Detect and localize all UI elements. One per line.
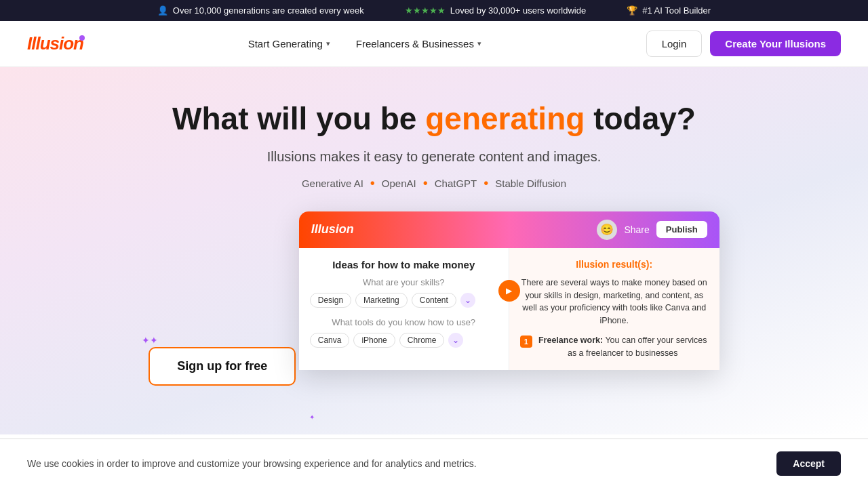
play-button[interactable]: ▶ <box>498 280 520 302</box>
top-banner: 👤 Over 10,000 generations are created ev… <box>0 0 868 21</box>
preview-avatar: 😊 <box>597 220 617 240</box>
preview-tags-1: Design Marketing Content ⌄ <box>310 293 498 308</box>
preview-wrapper: ✦ Commercial Emails 😊 ◄ Illusion 😊 Share… <box>299 211 719 371</box>
person-icon: 👤 <box>157 5 168 16</box>
dot-sep-3: • <box>484 176 488 191</box>
preview-left: Ideas for how to make money What are you… <box>299 248 509 371</box>
preview-share-button[interactable]: Share <box>624 224 649 235</box>
navbar: Illusion Start Generating ▾ Freelancers … <box>0 21 868 67</box>
cookie-banner: We use cookies in order to improve and c… <box>0 439 868 488</box>
hero-subtitle: Illusions makes it easy to generate cont… <box>14 149 854 165</box>
nav-actions: Login Create Your Illusions <box>646 30 841 57</box>
result-item-text-1: Freelance work: You can offer your servi… <box>537 334 709 360</box>
nav-start-label: Start Generating <box>248 38 323 49</box>
hero-title: What will you be generating today? <box>14 101 854 137</box>
preview-container: Illusion 😊 Share Publish Ideas for how t… <box>299 211 719 371</box>
tag-iphone: iPhone <box>353 333 395 348</box>
chevron-down-icon-2: ▾ <box>477 39 481 48</box>
nav-freelancers-label: Freelancers & Businesses <box>356 38 474 49</box>
dot-sep-2: • <box>423 176 428 191</box>
tag-content: Content <box>412 293 456 308</box>
tag-design: Design <box>310 293 351 308</box>
preview-header: Illusion 😊 Share Publish <box>299 211 719 248</box>
nav-links: Start Generating ▾ Freelancers & Busines… <box>239 33 491 55</box>
hero-title-part1: What will you be <box>172 101 425 136</box>
banner-text-2: Loved by 30,000+ users worldwide <box>450 5 587 16</box>
cookie-text: We use cookies in order to improve and c… <box>27 458 477 469</box>
create-button[interactable]: Create Your Illusions <box>710 31 841 56</box>
preview-right: Illusion result(s): There are several wa… <box>509 248 719 371</box>
tech-item-3: ChatGPT <box>435 178 477 189</box>
login-button[interactable]: Login <box>646 30 703 57</box>
sparkle-icon-br: ✦ <box>309 413 315 421</box>
result-label: Illusion result(s): <box>520 259 709 270</box>
banner-item-2: ★★★★★ Loved by 30,000+ users worldwide <box>405 5 587 16</box>
preview-actions: 😊 Share Publish <box>597 220 707 240</box>
logo[interactable]: Illusion <box>27 33 83 54</box>
tag-canva: Canva <box>310 333 350 348</box>
preview-card: Illusion 😊 Share Publish Ideas for how t… <box>299 211 719 371</box>
result-item-bold-1: Freelance work: <box>538 336 603 345</box>
banner-item-3: 🏆 #1 AI Tool Builder <box>627 5 711 16</box>
banner-text-1: Over 10,000 generations are created ever… <box>173 5 364 16</box>
sparkle-icon-tl: ✦✦ <box>142 335 158 346</box>
hero-title-highlight: generating <box>425 101 585 136</box>
result-item-1: 1 Freelance work: You can offer your ser… <box>520 334 709 360</box>
preview-label-2: What tools do you know how to use? <box>310 317 498 327</box>
hero-tech: Generative AI • OpenAI • ChatGPT • Stabl… <box>14 176 854 191</box>
result-num-1: 1 <box>520 336 532 348</box>
signup-button[interactable]: Sign up for free <box>149 347 296 386</box>
preview-body: Ideas for how to make money What are you… <box>299 248 719 371</box>
tech-item-4: Stable Diffusion <box>495 178 566 189</box>
accept-button[interactable]: Accept <box>776 451 841 476</box>
dot-sep-1: • <box>370 176 375 191</box>
logo-dot <box>79 35 85 41</box>
hero-section: What will you be generating today? Illus… <box>0 67 868 434</box>
preview-tags-2: Canva iPhone Chrome ⌄ <box>310 333 498 348</box>
trophy-icon: 🏆 <box>627 5 637 16</box>
tag-more-2: ⌄ <box>448 333 463 348</box>
banner-text-3: #1 AI Tool Builder <box>642 5 711 16</box>
tech-item-1: Generative AI <box>302 178 363 189</box>
tag-marketing: Marketing <box>355 293 408 308</box>
chevron-down-icon: ▾ <box>326 39 330 48</box>
preview-label-1: What are your skills? <box>310 277 498 287</box>
tag-more-1: ⌄ <box>460 293 475 308</box>
nav-start-generating[interactable]: Start Generating ▾ <box>239 33 340 55</box>
preview-question: Ideas for how to make money <box>310 259 498 270</box>
preview-publish-button[interactable]: Publish <box>656 221 707 238</box>
preview-logo: Illusion <box>311 222 354 237</box>
tag-chrome: Chrome <box>399 333 445 348</box>
nav-freelancers[interactable]: Freelancers & Businesses ▾ <box>347 33 491 55</box>
stars-icon: ★★★★★ <box>405 5 446 16</box>
result-text: There are several ways to make money bas… <box>520 277 709 327</box>
tech-item-2: OpenAI <box>382 178 416 189</box>
hero-title-part2: today? <box>585 101 696 136</box>
banner-item-1: 👤 Over 10,000 generations are created ev… <box>157 5 364 16</box>
